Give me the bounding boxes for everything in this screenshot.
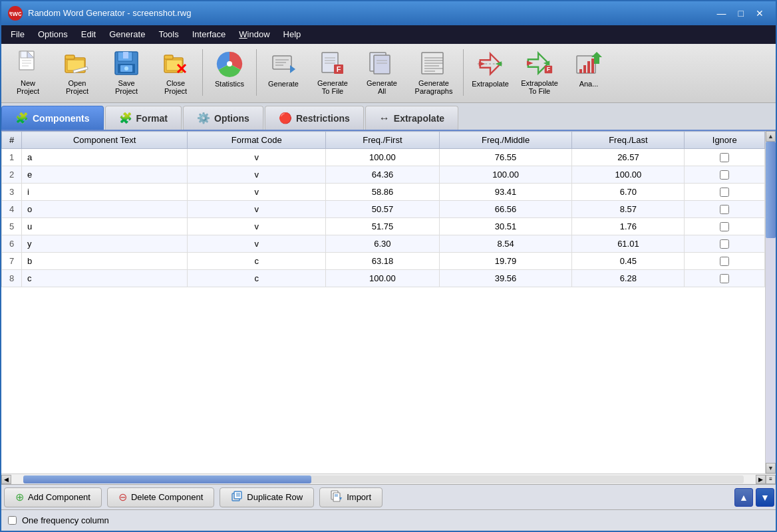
cell-format-code[interactable]: v (188, 149, 326, 166)
cell-freq-first[interactable]: 6.30 (326, 235, 440, 253)
cell-format-code[interactable]: c (188, 270, 326, 287)
cell-freq-middle[interactable]: 66.56 (439, 201, 572, 218)
ignore-checkbox[interactable] (720, 239, 729, 249)
cell-freq-last[interactable]: 1.76 (572, 218, 685, 235)
duplicate-row-button[interactable]: Duplicate Row (220, 487, 314, 507)
ignore-checkbox[interactable] (720, 205, 729, 214)
scroll-track[interactable] (766, 142, 776, 463)
cell-ignore[interactable] (685, 184, 765, 201)
cell-component-text[interactable]: o (22, 201, 188, 218)
delete-component-button[interactable]: ⊖ Delete Component (107, 487, 214, 507)
cell-component-text[interactable]: b (22, 253, 188, 270)
ignore-checkbox[interactable] (720, 170, 729, 180)
table-row[interactable]: 4 o v 50.57 66.56 8.57 (2, 201, 765, 218)
cell-ignore[interactable] (685, 218, 765, 235)
cell-format-code[interactable]: v (188, 201, 326, 218)
vertical-scrollbar[interactable]: ▲ ▼ (765, 131, 776, 473)
analyze-button[interactable]: Ana... (565, 47, 613, 98)
cell-freq-last[interactable]: 6.70 (572, 184, 685, 201)
cell-component-text[interactable]: u (22, 218, 188, 235)
minimize-button[interactable]: — (712, 7, 732, 19)
add-component-button[interactable]: ⊕ Add Component (4, 487, 102, 507)
ignore-checkbox[interactable] (720, 222, 729, 231)
ignore-checkbox[interactable] (720, 257, 729, 266)
cell-freq-last[interactable]: 0.45 (572, 253, 685, 270)
menu-generate[interactable]: Generate (102, 27, 152, 42)
cell-format-code[interactable]: c (188, 253, 326, 270)
table-row[interactable]: 3 i v 58.86 93.41 6.70 (2, 184, 765, 201)
menu-help[interactable]: Help (277, 27, 308, 42)
ignore-checkbox[interactable] (720, 153, 729, 162)
cell-component-text[interactable]: i (22, 184, 188, 201)
table-row[interactable]: 7 b c 63.18 19.79 0.45 (2, 253, 765, 270)
cell-freq-middle[interactable]: 93.41 (439, 184, 572, 201)
one-frequency-label[interactable]: One frequency column (22, 515, 109, 525)
cell-component-text[interactable]: c (22, 270, 188, 287)
close-button[interactable]: ✕ (750, 7, 769, 19)
save-project-button[interactable]: SaveProject (102, 47, 150, 98)
generate-paragraphs-button[interactable]: GenerateParagraphs (407, 47, 460, 98)
cell-freq-last[interactable]: 6.28 (572, 270, 685, 287)
cell-freq-last[interactable]: 100.00 (572, 166, 685, 184)
cell-format-code[interactable]: v (188, 235, 326, 253)
maximize-button[interactable]: □ (733, 7, 749, 19)
scroll-right-button[interactable]: ▶ (756, 475, 766, 484)
cell-freq-middle[interactable]: 76.55 (439, 149, 572, 166)
move-down-button[interactable]: ▼ (756, 488, 774, 507)
cell-freq-first[interactable]: 63.18 (326, 253, 440, 270)
table-row[interactable]: 2 e v 64.36 100.00 100.00 (2, 166, 765, 184)
generate-button[interactable]: Generate (259, 47, 307, 98)
cell-freq-middle[interactable]: 30.51 (439, 218, 572, 235)
cell-format-code[interactable]: v (188, 218, 326, 235)
menu-window[interactable]: Window (232, 27, 276, 42)
menu-interface[interactable]: Interface (186, 27, 233, 42)
cell-freq-last[interactable]: 61.01 (572, 235, 685, 253)
cell-ignore[interactable] (685, 253, 765, 270)
generate-to-file-button[interactable]: F GenerateTo File (309, 47, 357, 98)
table-row[interactable]: 1 a v 100.00 76.55 26.57 (2, 149, 765, 166)
cell-freq-first[interactable]: 64.36 (326, 166, 440, 184)
cell-freq-last[interactable]: 26.57 (572, 149, 685, 166)
close-project-button[interactable]: CloseProject (152, 47, 200, 98)
cell-freq-middle[interactable]: 19.79 (439, 253, 572, 270)
cell-freq-first[interactable]: 100.00 (326, 270, 440, 287)
cell-ignore[interactable] (685, 149, 765, 166)
cell-freq-first[interactable]: 58.86 (326, 184, 440, 201)
menu-tools[interactable]: Tools (152, 27, 185, 42)
cell-component-text[interactable]: y (22, 235, 188, 253)
cell-ignore[interactable] (685, 270, 765, 287)
cell-freq-last[interactable]: 8.57 (572, 201, 685, 218)
cell-ignore[interactable] (685, 235, 765, 253)
cell-format-code[interactable]: v (188, 166, 326, 184)
h-scroll-track[interactable] (23, 475, 744, 483)
tab-restrictions[interactable]: 🔴 Restrictions (265, 106, 364, 130)
cell-component-text[interactable]: a (22, 149, 188, 166)
scroll-up-button[interactable]: ▲ (766, 131, 776, 142)
menu-options[interactable]: Options (31, 27, 75, 42)
cell-freq-middle[interactable]: 39.56 (439, 270, 572, 287)
table-container[interactable]: # Component Text Format Code Freq./First… (1, 131, 765, 473)
extrapolate-to-file-button[interactable]: F ExtrapolateTo File (516, 47, 563, 98)
ignore-checkbox[interactable] (720, 274, 729, 283)
cell-freq-first[interactable]: 50.57 (326, 201, 440, 218)
tab-format[interactable]: 🧩 Format (105, 106, 182, 130)
tab-extrapolate[interactable]: ↔️ Extrapolate (365, 106, 458, 130)
menu-file[interactable]: File (4, 27, 31, 42)
table-row[interactable]: 8 c c 100.00 39.56 6.28 (2, 270, 765, 287)
scroll-left-button[interactable]: ◀ (1, 475, 11, 484)
scroll-down-button[interactable]: ▼ (766, 463, 776, 473)
horizontal-scrollbar[interactable]: ◀ ▶ ≡ (1, 473, 776, 484)
move-up-button[interactable]: ▲ (734, 488, 753, 507)
cell-freq-first[interactable]: 51.75 (326, 218, 440, 235)
menu-edit[interactable]: Edit (75, 27, 102, 42)
cell-format-code[interactable]: v (188, 184, 326, 201)
one-frequency-checkbox[interactable] (8, 516, 17, 525)
open-project-button[interactable]: OpenProject (53, 47, 101, 98)
statistics-button[interactable]: Statistics (206, 47, 253, 98)
extrapolate-button[interactable]: Extrapolate (466, 47, 514, 98)
import-button[interactable]: Import (319, 487, 383, 507)
h-scroll-thumb[interactable] (23, 475, 311, 483)
cell-ignore[interactable] (685, 201, 765, 218)
scroll-thumb[interactable] (766, 142, 776, 238)
table-row[interactable]: 6 y v 6.30 8.54 61.01 (2, 235, 765, 253)
